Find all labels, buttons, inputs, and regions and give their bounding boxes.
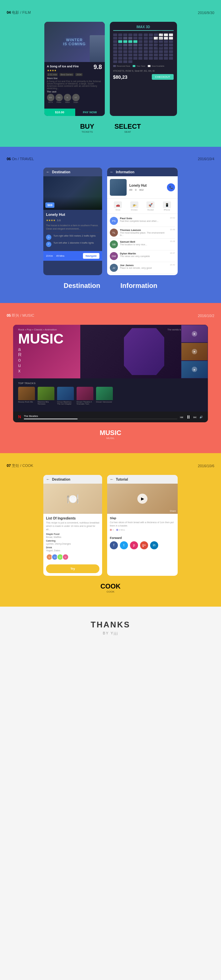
ingredients-title: List Of Ingredients — [46, 517, 99, 520]
player-prev-button[interactable]: ⏮ — [180, 415, 183, 419]
track-thumb-4[interactable]: Dream Theatre A Dramatic Turn — [77, 387, 93, 405]
travel-back-arrow[interactable]: ← — [46, 170, 50, 174]
track-name-5: Dream Vancouver — [96, 401, 113, 403]
navigate-button[interactable]: Navigate — [83, 253, 99, 259]
music-top: Rock • Pop • Classic • Animation MUSIC a… — [13, 325, 208, 379]
player-play-button[interactable]: ⏸ — [186, 414, 191, 420]
film-pay-button[interactable]: PAY NOW — [75, 108, 105, 116]
track-img-3 — [57, 387, 74, 400]
iphone-label: iPhone — [163, 209, 171, 211]
drive-icon[interactable]: 🚗 — [114, 201, 122, 208]
thumb-1[interactable]: ▶ — [181, 325, 208, 342]
music-big-title: MUSIC — [18, 332, 75, 345]
track-thumb-2[interactable]: Mamma Mia Remixes — [38, 387, 54, 405]
seat-A11[interactable] — [164, 33, 168, 36]
player-volume-icon[interactable]: 🔊 — [200, 415, 203, 418]
info-call-button[interactable]: 📞 — [167, 183, 175, 191]
player-progress-bar[interactable] — [24, 418, 177, 419]
film-storyline: A Song of Ice and Fire is set primarily … — [47, 80, 102, 89]
travel-distance: 23 Km — [46, 255, 53, 257]
imax-badge: IMAX 3D — [113, 25, 174, 31]
seat-A1[interactable] — [113, 33, 117, 36]
track-thumbnails: Beauty Rock Me Mamma Mia Remixes Circus … — [18, 387, 203, 405]
film-bottom-labels: BUY TICKETS SELECT SEAT — [7, 123, 214, 134]
ingredient-section-drink: Drink Yogurt, Dates — [46, 546, 99, 552]
direction-text-1: Turn right after 500 meters 2 traffic li… — [53, 234, 96, 238]
seat-A4[interactable] — [128, 33, 132, 36]
thumb-2[interactable]: ▶ — [181, 342, 208, 360]
seat-B4[interactable] — [128, 37, 132, 40]
cook-back-arrow[interactable]: ← — [46, 477, 50, 482]
seat-A6[interactable] — [138, 33, 143, 36]
film-poster-character — [90, 35, 105, 62]
film-poster: WINTERIS COMING — [44, 22, 105, 62]
seat-B2[interactable] — [118, 37, 122, 40]
share-twitter-icon[interactable]: t — [120, 541, 128, 549]
seat-A3[interactable] — [123, 33, 127, 36]
seat-B1[interactable] — [113, 37, 117, 40]
seat-B3[interactable] — [123, 37, 127, 40]
video-share-text: Share — [170, 510, 176, 512]
lonely-hut-image — [110, 179, 127, 196]
thumb-play-1[interactable]: ▶ — [192, 331, 197, 337]
track-name-1: Beauty Rock Me — [18, 401, 35, 403]
info-back-arrow[interactable]: ← — [110, 170, 114, 174]
track-thumb-5[interactable]: Dream Vancouver — [96, 387, 113, 405]
share-google-icon[interactable]: g+ — [140, 541, 148, 549]
cast-name-4: Soph — [72, 101, 80, 103]
share-facebook-icon[interactable]: f — [110, 541, 118, 549]
seat-B8[interactable] — [149, 37, 153, 40]
film-year: 2004 — [75, 73, 83, 76]
seat-B7[interactable] — [144, 37, 148, 40]
cook-card-header: ← Destination — [43, 475, 102, 484]
drones-icon[interactable]: 🚁 — [130, 201, 138, 208]
seat-A12[interactable] — [169, 33, 173, 36]
seat-B12[interactable] — [169, 37, 173, 40]
seat-B11[interactable] — [164, 37, 168, 40]
thumb-play-3[interactable]: ▶ — [192, 367, 197, 372]
seat-A2[interactable] — [118, 33, 122, 36]
track-thumb-3[interactable]: Circus Maximus The 1st Chapter — [57, 387, 74, 405]
info-place-name: Lonely Hut — [129, 184, 164, 187]
tutorial-back-arrow[interactable]: ← — [110, 477, 114, 482]
seat-legend: Reserved Seat Your Seat Seat Available — [113, 65, 174, 67]
music-artist: aRoux — [18, 347, 75, 373]
track-thumb-1[interactable]: Beauty Rock Me — [18, 387, 35, 405]
cook-try-button[interactable]: Try — [46, 565, 99, 573]
seat-B5[interactable] — [133, 37, 138, 40]
share-instagram-icon[interactable]: p — [130, 541, 138, 549]
review-text-3: The location is very nice... — [120, 243, 168, 246]
film-price-button[interactable]: $10.00 — [44, 108, 75, 116]
rocket-icon[interactable]: 🚀 — [146, 201, 154, 208]
travel-direction-1: ▷ Turn right after 500 meters 2 traffic … — [46, 234, 99, 240]
thumb-play-2[interactable]: ▶ — [192, 349, 197, 354]
iphone-icon[interactable]: 📱 — [163, 201, 171, 208]
film-cast: KH Kit H PD Peter N Nikol ST Soph — [47, 94, 102, 103]
film-views: 2.01 min — [47, 73, 58, 76]
film-section-header: 04 电影 / FILM 2016/9/30 — [7, 10, 214, 15]
cast-member-1: KH Kit H — [47, 94, 54, 103]
checkout-button[interactable]: CHECKOUT — [152, 74, 174, 80]
travel-info-main: Information — [120, 282, 157, 290]
player-next-button[interactable]: ⏭ — [194, 415, 197, 419]
travel-stars: ★★★★ — [46, 219, 55, 222]
forward-section: Forward f t p g+ in — [107, 536, 178, 552]
tutorial-play-button[interactable]: ▶ — [138, 494, 147, 504]
seat-A5[interactable] — [133, 33, 138, 36]
travel-card-header: ← Destination — [43, 167, 102, 176]
cook-label-main: COOK — [101, 582, 120, 590]
ingredient-items-staple: Bread, Waffles — [46, 536, 99, 538]
cook-content: List Of Ingredients This recipe is just … — [43, 514, 102, 576]
thumb-3[interactable]: ▶ — [181, 361, 208, 379]
film-select-label: SELECT SEAT — [115, 123, 141, 134]
seat-B6[interactable] — [138, 37, 143, 40]
seat-grid[interactable] — [113, 33, 174, 63]
track-img-4 — [77, 387, 93, 400]
seat-A8[interactable] — [149, 33, 153, 36]
legend-mine-dot — [133, 65, 135, 67]
ingredient-item-catering: Lychee, cherry,Oranges — [46, 542, 71, 545]
film-meta: 2.01 min Best Series 2004 — [47, 73, 102, 76]
share-linkedin-icon[interactable]: in — [150, 541, 158, 549]
ingredients-description: This recipe is just a convenient, nutrit… — [46, 521, 99, 531]
seat-A7[interactable] — [144, 33, 148, 36]
